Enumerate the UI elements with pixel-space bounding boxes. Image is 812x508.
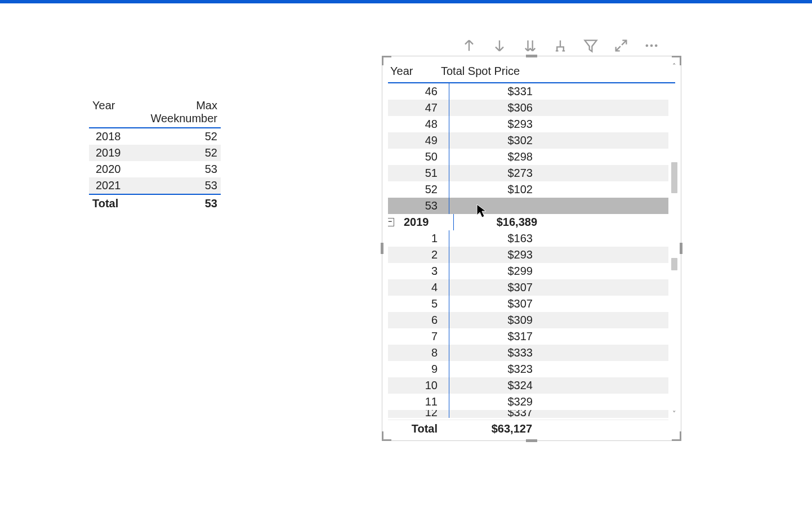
matrix-row[interactable]: 10$324	[388, 377, 668, 394]
cell-total-spot-price: $163	[449, 230, 537, 247]
cell-total-spot-price: $298	[449, 149, 537, 165]
matrix-row[interactable]: 6$309	[388, 312, 668, 328]
visual-action-bar	[460, 35, 681, 56]
scroll-up-arrow-icon[interactable]: ˄	[670, 62, 679, 70]
cell-total-spot-price: $273	[449, 165, 537, 181]
collapse-icon[interactable]: −	[388, 218, 394, 226]
matrix-row[interactable]: 8$333	[388, 345, 668, 361]
cell-week: 4	[388, 279, 449, 296]
cell-total-spot-price: $307	[449, 279, 537, 296]
resize-handle-bottom[interactable]	[526, 439, 537, 442]
cell-total-spot-price: $317	[449, 328, 537, 345]
matrix-header-row: Year Total Spot Price	[388, 60, 675, 83]
column-header-max-weeknumber[interactable]: Max Weeknumber	[130, 99, 221, 125]
group-year-label: 2019−	[388, 214, 454, 230]
resize-handle-left[interactable]	[381, 243, 383, 254]
table-row[interactable]: 202153	[89, 177, 221, 194]
cell-max-weeknumber: 52	[133, 145, 221, 161]
cell-max-weeknumber: 53	[133, 161, 221, 177]
cell-week: 5	[388, 296, 449, 312]
total-value: 53	[130, 195, 221, 212]
cell-week: 49	[388, 132, 449, 149]
matrix-total-value: $63,127	[449, 420, 537, 437]
matrix-row[interactable]: 53	[388, 198, 668, 214]
matrix-row[interactable]: 2$293	[388, 247, 668, 263]
table-row[interactable]: 202053	[89, 161, 221, 177]
matrix-body[interactable]: 46$33147$30648$29349$30250$29851$27352$1…	[388, 83, 668, 418]
table-row[interactable]: 201852	[89, 128, 221, 145]
cell-week: 3	[388, 263, 449, 279]
resize-handle-top[interactable]	[526, 55, 537, 57]
cell-year: 2020	[89, 161, 133, 177]
cell-week: 2	[388, 247, 449, 263]
cell-week: 8	[388, 345, 449, 361]
cell-week: 11	[388, 394, 449, 410]
cell-total-spot-price: $337	[449, 410, 537, 418]
matrix-row[interactable]: 48$293	[388, 116, 668, 132]
cell-total-spot-price: $302	[449, 132, 537, 149]
cell-total-spot-price: $324	[449, 377, 537, 394]
resize-handle-top-left[interactable]	[382, 56, 391, 65]
drill-down-icon[interactable]	[490, 37, 508, 55]
matrix-row[interactable]: 47$306	[388, 100, 668, 116]
cell-total-spot-price: $333	[449, 345, 537, 361]
expand-next-level-icon[interactable]	[551, 37, 569, 55]
matrix-row[interactable]: 12$337	[388, 410, 668, 418]
matrix-visual[interactable]: Year Total Spot Price 46$33147$30648$293…	[382, 56, 681, 441]
matrix-row[interactable]: 49$302	[388, 132, 668, 149]
matrix-row[interactable]: 3$299	[388, 263, 668, 279]
filter-icon[interactable]	[582, 37, 600, 55]
cell-week: 46	[388, 83, 449, 100]
cell-week: 52	[388, 181, 449, 198]
matrix-total-label: Total	[388, 420, 449, 437]
table-total-row: Total 53	[89, 194, 221, 212]
svg-point-1	[650, 44, 653, 47]
resize-handle-bottom-right[interactable]	[672, 431, 681, 441]
column-header-year[interactable]: Year	[388, 65, 441, 78]
table-row[interactable]: 201952	[89, 145, 221, 161]
matrix-total-row: Total $63,127	[388, 420, 668, 437]
cell-week: 50	[388, 149, 449, 165]
cell-week: 9	[388, 361, 449, 377]
table-header-row: Year Max Weeknumber	[89, 99, 221, 128]
matrix-row[interactable]: 52$102	[388, 181, 668, 198]
cell-week: 12	[388, 410, 449, 418]
focus-mode-icon[interactable]	[612, 37, 630, 55]
cell-total-spot-price: $323	[449, 361, 537, 377]
scrollbar-thumb[interactable]	[671, 162, 677, 193]
cell-max-weeknumber: 52	[133, 128, 221, 145]
expand-all-down-icon[interactable]	[521, 37, 539, 55]
matrix-row[interactable]: 9$323	[388, 361, 668, 377]
cell-week: 7	[388, 328, 449, 345]
drill-up-icon[interactable]	[460, 37, 478, 55]
cell-total-spot-price	[449, 198, 537, 214]
cell-year: 2021	[89, 177, 133, 194]
cell-total-spot-price: $293	[449, 247, 537, 263]
matrix-row[interactable]: 1$163	[388, 230, 668, 247]
column-header-year[interactable]: Year	[89, 99, 130, 125]
more-options-icon[interactable]	[643, 37, 661, 55]
cell-year: 2019	[89, 145, 133, 161]
matrix-row[interactable]: 7$317	[388, 328, 668, 345]
matrix-row[interactable]: 4$307	[388, 279, 668, 296]
matrix-group-row[interactable]: 2019−$16,389	[388, 214, 668, 230]
cell-max-weeknumber: 53	[133, 177, 221, 194]
cell-total-spot-price: $329	[449, 394, 537, 410]
matrix-row[interactable]: 51$273	[388, 165, 668, 181]
matrix-row[interactable]: 11$329	[388, 394, 668, 410]
column-header-total-spot-price[interactable]: Total Spot Price	[441, 65, 675, 78]
vertical-scrollbar[interactable]: ˄ ˅	[670, 62, 679, 418]
matrix-row[interactable]: 50$298	[388, 149, 668, 165]
scrollbar-thumb[interactable]	[671, 258, 677, 270]
matrix-row[interactable]: 5$307	[388, 296, 668, 312]
cell-total-spot-price: $293	[449, 116, 537, 132]
cell-total-spot-price: $102	[449, 181, 537, 198]
resize-handle-right[interactable]	[680, 243, 682, 254]
cell-total-spot-price: $309	[449, 312, 537, 328]
scroll-down-arrow-icon[interactable]: ˅	[670, 409, 679, 418]
matrix-row[interactable]: 46$331	[388, 83, 668, 100]
cell-total-spot-price: $299	[449, 263, 537, 279]
svg-point-0	[646, 44, 649, 47]
cell-year: 2018	[89, 128, 133, 145]
cell-week: 53	[388, 198, 449, 214]
